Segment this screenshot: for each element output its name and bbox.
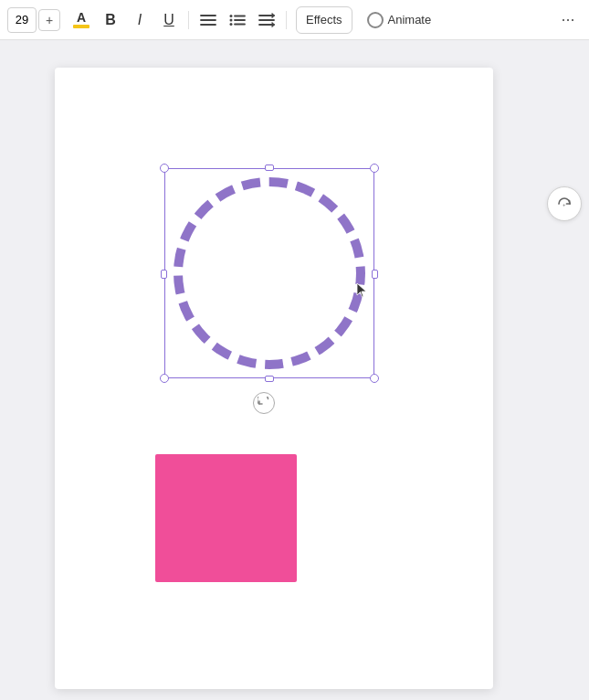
handle-tl[interactable] [160,164,169,173]
svg-point-7 [230,23,233,26]
bold-button[interactable]: B [97,6,124,34]
rotate-handle[interactable] [253,392,275,414]
handle-mid-left[interactable] [161,270,167,279]
font-color-bar [73,25,89,28]
divider-2 [286,11,287,29]
italic-button[interactable]: I [126,6,153,34]
animate-label: Animate [388,13,432,27]
list-button[interactable] [224,6,251,34]
handle-mid-right[interactable] [372,270,378,279]
align-button[interactable] [195,6,222,34]
font-color-button[interactable]: A [68,6,95,34]
handle-mid-top[interactable] [265,164,274,171]
handle-bl[interactable] [160,374,169,383]
font-size-value[interactable]: 29 [7,7,37,33]
font-size-group: 29 + [7,7,60,33]
toolbar: 29 + A B I U [0,0,589,40]
handle-mid-bottom[interactable] [265,376,274,382]
effects-button[interactable]: Effects [296,6,352,34]
divider-1 [188,11,189,29]
font-size-add-button[interactable]: + [38,9,60,31]
pink-rectangle [155,454,297,582]
svg-point-5 [230,18,233,21]
handle-tr[interactable] [370,164,379,173]
line-spacing-button[interactable] [253,6,280,34]
document [55,68,493,689]
font-color-letter: A [77,11,86,24]
selected-shape-container[interactable] [164,168,374,378]
svg-text:+: + [563,202,566,207]
canvas-area: + [0,40,589,700]
refresh-button[interactable]: + [547,186,582,221]
more-button[interactable]: ··· [554,6,582,34]
svg-point-3 [230,15,233,17]
animate-button[interactable]: Animate [358,6,441,34]
dashed-circle-shape [174,177,365,369]
handle-br[interactable] [370,374,379,383]
underline-button[interactable]: U [155,6,183,34]
animate-icon [367,12,384,28]
